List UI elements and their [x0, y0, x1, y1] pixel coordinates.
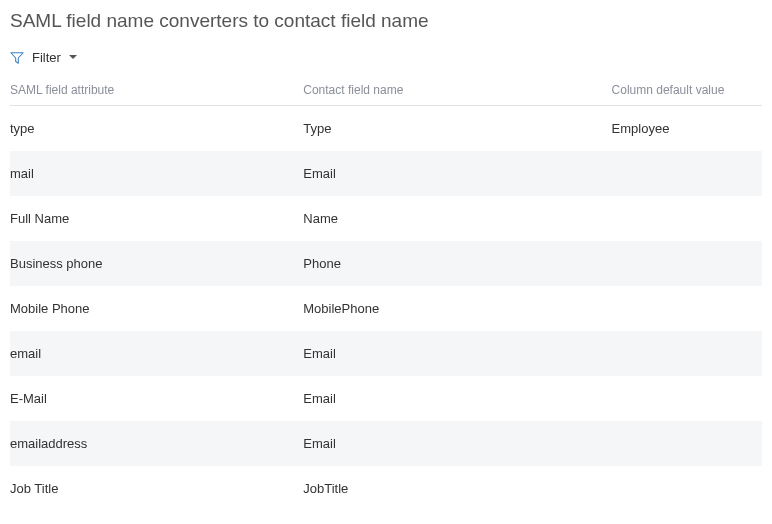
page-title: SAML field name converters to contact fi… — [10, 10, 762, 32]
cell-default: Employee — [612, 106, 762, 151]
cell-contact: Email — [303, 151, 611, 196]
cell-contact: Email — [303, 376, 611, 421]
filter-icon — [10, 51, 24, 65]
cell-default — [612, 151, 762, 196]
cell-contact: JobTitle — [303, 466, 611, 511]
converters-table: SAML field attribute Contact field name … — [10, 75, 762, 511]
header-saml[interactable]: SAML field attribute — [10, 75, 303, 106]
cell-saml: Business phone — [10, 241, 303, 286]
table-row[interactable]: emailaddressEmail — [10, 421, 762, 466]
cell-saml: email — [10, 331, 303, 376]
cell-default — [612, 286, 762, 331]
cell-default — [612, 196, 762, 241]
table-row[interactable]: Business phonePhone — [10, 241, 762, 286]
table-row[interactable]: Mobile PhoneMobilePhone — [10, 286, 762, 331]
table-row[interactable]: mailEmail — [10, 151, 762, 196]
cell-default — [612, 376, 762, 421]
table-row[interactable]: typeTypeEmployee — [10, 106, 762, 151]
cell-contact: Name — [303, 196, 611, 241]
table-row[interactable]: E-MailEmail — [10, 376, 762, 421]
table-row[interactable]: emailEmail — [10, 331, 762, 376]
cell-saml: emailaddress — [10, 421, 303, 466]
chevron-down-icon — [69, 53, 79, 63]
table-row[interactable]: Job TitleJobTitle — [10, 466, 762, 511]
cell-contact: Type — [303, 106, 611, 151]
table-body: typeTypeEmployeemailEmailFull NameNameBu… — [10, 106, 762, 511]
cell-contact: Email — [303, 331, 611, 376]
cell-contact: Phone — [303, 241, 611, 286]
cell-saml: type — [10, 106, 303, 151]
filter-button[interactable]: Filter — [10, 50, 762, 65]
cell-saml: Full Name — [10, 196, 303, 241]
cell-saml: Mobile Phone — [10, 286, 303, 331]
header-contact[interactable]: Contact field name — [303, 75, 611, 106]
cell-default — [612, 331, 762, 376]
cell-default — [612, 421, 762, 466]
table-header-row: SAML field attribute Contact field name … — [10, 75, 762, 106]
cell-contact: Email — [303, 421, 611, 466]
cell-contact: MobilePhone — [303, 286, 611, 331]
cell-default — [612, 466, 762, 511]
filter-label: Filter — [32, 50, 61, 65]
cell-saml: mail — [10, 151, 303, 196]
cell-saml: E-Mail — [10, 376, 303, 421]
table-row[interactable]: Full NameName — [10, 196, 762, 241]
cell-default — [612, 241, 762, 286]
cell-saml: Job Title — [10, 466, 303, 511]
header-default[interactable]: Column default value — [612, 75, 762, 106]
